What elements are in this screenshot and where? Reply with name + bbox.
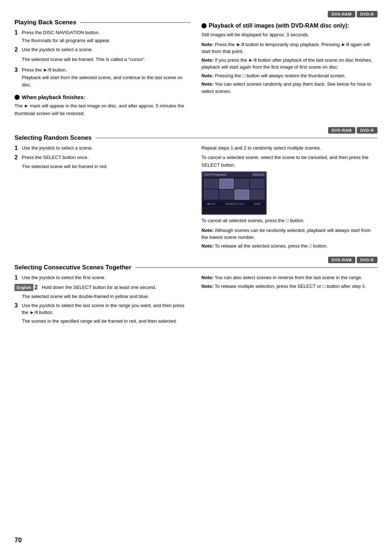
still-note-1: Note: Press the ►/Ⅱ button to temporaril… — [201, 41, 377, 55]
bullet-header-playback: When playback finishes: — [15, 94, 191, 100]
consec-step-num-1: 1 — [15, 274, 20, 282]
step-2-playing: 2 Use the joystick to select a scene. — [15, 46, 191, 54]
screen-bottom-bar: ▶PLAY □DESELECT ALL □RAM — [202, 202, 266, 206]
random-step-framed-text: The selected scene will be framed in red… — [22, 164, 107, 169]
section-title-consecutive: Selecting Consecutive Scenes Together — [15, 264, 131, 271]
random-step-2: 2 Press the SELECT button once. — [15, 154, 191, 162]
consec-framed-selected-text: The scenes in the specified range will b… — [22, 318, 177, 324]
consec-step-text-1: Use the joystick to select the first sce… — [22, 274, 106, 281]
random-note-2: Note: To release all the selected scenes… — [201, 242, 377, 250]
random-step-1: 1 Use the joystick to select a scene. — [15, 144, 191, 152]
english-badge: English — [15, 284, 33, 291]
right-col-playback-still: Playback of still images (with DVD-RAM d… — [201, 19, 377, 121]
screen-cell-4 — [250, 179, 265, 189]
screen-cell-8 — [250, 189, 265, 200]
random-note-1: Note: Although scenes can be randomly se… — [201, 227, 377, 241]
section-line-random — [95, 138, 377, 138]
section-line-consecutive — [135, 267, 377, 268]
section-title-playing: Playing Back Scenes — [15, 19, 76, 26]
random-step-1-main: Use the joystick to select a scene. — [22, 145, 93, 151]
consec-step-1-main: Use the joystick to select the first sce… — [22, 275, 106, 280]
consec-note-2: Note: To release multiple selection, pre… — [201, 283, 377, 290]
consec-step-2-indent: The selected scene will be double-framed… — [22, 294, 191, 299]
selecting-random-section: DVD-RAM DVD-R Selecting Random Scenes 1 … — [15, 127, 377, 251]
consec-step-2-wrapper: English 2 Hold down the SELECT button fo… — [15, 284, 191, 291]
section-header-playing: Playing Back Scenes — [15, 19, 191, 26]
random-two-col: 1 Use the joystick to select a scene. 2 … — [15, 144, 377, 251]
consec-step-text-2: Hold down the SELECT button for at least… — [42, 284, 156, 291]
screen-grid — [202, 177, 266, 201]
screen-cell-5 — [204, 189, 219, 200]
dvd-r-badge-consec: DVD-R — [357, 257, 377, 263]
bullet-title-playback: When playback finishes: — [22, 94, 85, 100]
consec-step-num-3: 3 — [15, 302, 20, 310]
step-num-3: 3 — [15, 66, 20, 74]
screen-cell-6 — [219, 189, 234, 200]
bullet-header-still: Playback of still images (with DVD-RAM d… — [201, 23, 377, 29]
consec-step-3: 3 Use the joystick to select the last sc… — [15, 302, 191, 316]
step-2-main: Use the joystick to select a scene. — [22, 47, 93, 52]
random-cancel-all: To cancel all selected scenes, press the… — [201, 217, 377, 225]
bullet-title-still: Playback of still images (with DVD-RAM d… — [209, 23, 349, 29]
bullet-dot-playback — [15, 95, 20, 100]
random-cancel: To cancel a selected scene, select the s… — [201, 154, 377, 169]
step-text-1: Press the DISC NAVIGATION button. The th… — [22, 29, 110, 44]
consec-step-num-2: 2 — [34, 284, 40, 291]
dvd-r-badge-random: DVD-R — [357, 127, 377, 134]
step-3-playing: 3 Press the ►/Ⅱ button. Playback will st… — [15, 66, 191, 89]
screen-top-bar: 33All Programs 005/022 — [202, 172, 266, 177]
random-intro: Repeat steps 1 and 2 to randomly select … — [201, 144, 377, 152]
random-step-num-1: 1 — [15, 144, 20, 152]
still-note-2: Note: If you press the ►/Ⅱ button after … — [201, 57, 377, 71]
dvd-ram-badge-consec: DVD-RAM — [328, 257, 355, 263]
dvd-badges-random: DVD-RAM DVD-R — [15, 127, 377, 134]
step-3-main: Press the ►/Ⅱ button. — [22, 67, 67, 73]
dvd-badges-consecutive: DVD-RAM DVD-R — [15, 257, 377, 263]
consec-step-2-main: Hold down the SELECT button for at least… — [42, 285, 156, 290]
page-number: 70 — [15, 536, 22, 544]
section-line-playing — [80, 22, 191, 23]
dvd-ram-badge-random: DVD-RAM — [328, 127, 355, 134]
random-step-num-2: 2 — [15, 154, 20, 162]
top-two-col: Playing Back Scenes 1 Press the DISC NAV… — [15, 19, 377, 121]
screen-cell-7 — [234, 189, 249, 200]
selecting-consecutive-section: DVD-RAM DVD-R Selecting Consecutive Scen… — [15, 257, 377, 327]
when-playback-body: The ► mark will appear in the last image… — [15, 102, 191, 118]
section-header-consecutive: Selecting Consecutive Scenes Together — [15, 264, 377, 271]
consec-note-1: Note: You can also select scenes in reve… — [201, 274, 377, 281]
consecutive-right-col: Note: You can also select scenes in reve… — [201, 274, 377, 327]
dvd-r-badge-top: DVD-R — [357, 11, 377, 17]
left-col-playing: Playing Back Scenes 1 Press the DISC NAV… — [15, 19, 191, 121]
still-note-4: Note: You can select scenes randomly and… — [201, 81, 377, 95]
random-step-text-1: Use the joystick to select a scene. — [22, 144, 93, 152]
consec-step-2-inner: 2 Hold down the SELECT button for at lea… — [34, 284, 156, 291]
screen-thumbnail: 33All Programs 005/022 ▶PLAY — [201, 171, 267, 215]
random-right-col: Repeat steps 1 and 2 to randomly select … — [201, 144, 377, 251]
random-step-text-2: Press the SELECT button once. — [22, 154, 89, 161]
step-3-sub: Playback will start from the selected sc… — [22, 74, 191, 88]
consec-step-text-3: Use the joystick to select the last scen… — [22, 302, 191, 316]
screen-cell-3 — [234, 179, 249, 189]
still-note-3: Note: Pressing the □ button will always … — [201, 72, 377, 79]
screen-label-play: ▶PLAY — [208, 203, 216, 205]
screen-label-ram: □RAM — [253, 203, 261, 205]
section-title-random: Selecting Random Scenes — [15, 134, 92, 142]
screen-top-right: 005/022 — [252, 173, 264, 176]
step-text-2: Use the joystick to select a scene. — [22, 46, 93, 53]
dvd-ram-badge-top: DVD-RAM — [328, 11, 355, 17]
consec-step-3-main: Use the joystick to select the last scen… — [22, 303, 184, 315]
step-num-2: 2 — [15, 46, 20, 54]
consecutive-left-col: 1 Use the joystick to select the first s… — [15, 274, 191, 327]
step-1-main: Press the DISC NAVIGATION button. — [22, 30, 100, 35]
consec-double-framed-text: The selected scene will be double-framed… — [22, 294, 149, 299]
random-step-indent: The selected scene will be framed in red… — [22, 164, 191, 169]
step-2-indent: The selected scene will be framed. This … — [22, 56, 191, 64]
consec-step-1: 1 Use the joystick to select the first s… — [15, 274, 191, 282]
consecutive-two-col: 1 Use the joystick to select the first s… — [15, 274, 377, 327]
page-container: DVD-RAM DVD-R Playing Back Scenes 1 Pres… — [15, 11, 377, 327]
section-header-random: Selecting Random Scenes — [15, 134, 377, 142]
when-playback-finishes: When playback finishes: The ► mark will … — [15, 94, 191, 118]
step-num-1: 1 — [15, 29, 20, 37]
screen-top-left: 33All Programs — [204, 173, 226, 176]
screen-label-deselect: □DESELECT ALL — [225, 203, 245, 205]
